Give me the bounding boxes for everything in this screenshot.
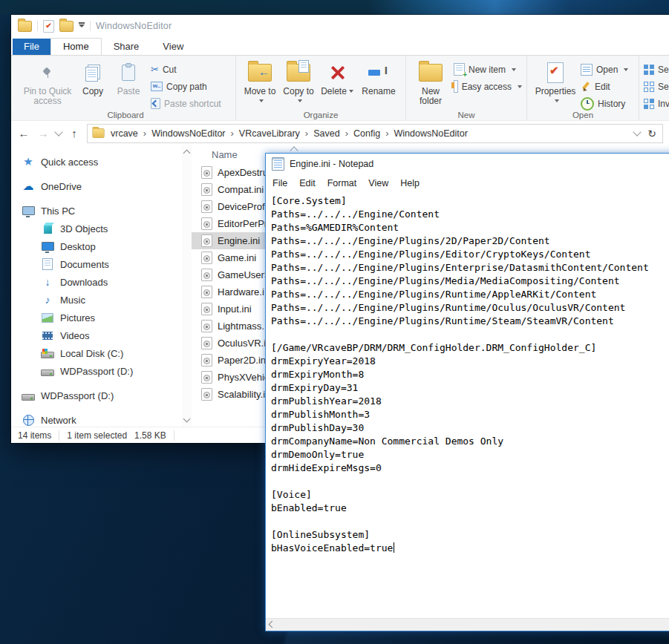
sidebar-item[interactable]: ★ Quick access: [11, 153, 180, 171]
button-label: Delete: [321, 87, 353, 96]
navigation-pane: ★ Quick access ☁ OneDrive This PC 3D Obj…: [11, 145, 180, 427]
copy-path-icon: w..: [151, 82, 163, 91]
notepad-line: Paths=%GAMEDIR%Content: [271, 221, 669, 234]
notepad-menu-bar: File Edit Format View Help: [266, 174, 669, 191]
copy-path-button[interactable]: w.. Copy path: [151, 78, 231, 95]
copy-to-button[interactable]: Copy to: [279, 58, 318, 106]
sidebar-item[interactable]: Documents: [11, 255, 180, 273]
sidebar-item[interactable]: Videos: [11, 326, 180, 344]
rename-button[interactable]: Rename: [356, 58, 401, 96]
group-label-select: Select: [639, 111, 669, 119]
button-label: Pin to Quick access: [22, 87, 73, 106]
breadcrumb-segment[interactable]: vrcave: [105, 128, 143, 139]
edit-button[interactable]: Edit: [581, 78, 634, 95]
properties-button[interactable]: Properties: [532, 58, 579, 106]
sidebar-item-icon: ↓: [45, 276, 50, 288]
ribbon: Pin to Quick access Copy Paste ✂ Cut w..…: [11, 55, 669, 120]
notepad-line: drmCompanyName=Non Commercial Demos Only: [271, 435, 669, 448]
button-label: Copy path: [166, 82, 207, 92]
ini-file-icon: [201, 320, 212, 332]
sidebar-item[interactable]: ↓ Downloads: [11, 273, 180, 291]
breadcrumb-segment[interactable]: WindowsNoEditor: [146, 128, 230, 139]
sidebar-item[interactable]: Pictures: [11, 309, 180, 326]
notepad-lines: [Core.System] Paths=../../../Engine/Cont…: [271, 194, 669, 555]
easy-access-button[interactable]: Easy access: [454, 78, 522, 95]
sidebar-item[interactable]: WDPassport (D:): [11, 387, 180, 404]
menu-item[interactable]: Help: [394, 177, 425, 190]
dropdown-arrow-icon: [298, 99, 302, 102]
notepad-window: Engine.ini - Notepad File Edit Format Vi…: [265, 153, 669, 631]
file-name: DeviceProf: [218, 201, 265, 212]
paste-shortcut-button[interactable]: Paste shortcut: [151, 95, 231, 112]
ribbon-tab-bar: File Home Share View: [11, 37, 669, 55]
invert-selection-icon: [644, 99, 654, 109]
sidebar-item[interactable]: Local Disk (C:): [11, 344, 180, 362]
invert-selection-button[interactable]: Invert selection: [644, 95, 669, 112]
delete-button[interactable]: Delete: [318, 58, 356, 96]
up-button[interactable]: ↑: [68, 127, 81, 139]
sidebar-item[interactable]: This PC: [11, 202, 180, 220]
ini-file-icon: [201, 303, 212, 315]
copy-button[interactable]: Copy: [75, 58, 111, 96]
new-item-button[interactable]: New item: [454, 61, 522, 78]
sidebar-item[interactable]: 3D Objects: [11, 220, 180, 237]
tab-view[interactable]: View: [151, 39, 195, 55]
refresh-icon[interactable]: ↻: [647, 128, 656, 139]
divider: [174, 430, 174, 441]
sidebar-item[interactable]: Network: [11, 411, 180, 427]
scroll-down-arrow-icon[interactable]: [183, 415, 191, 423]
breadcrumb[interactable]: vrcave › WindowsNoEditor › VRcaveLibrary…: [87, 124, 663, 143]
selection-size: 1.58 KB: [134, 430, 166, 441]
forward-button[interactable]: →: [36, 127, 50, 139]
tab-share[interactable]: Share: [102, 39, 151, 55]
notepad-title-bar: Engine.ini - Notepad: [266, 154, 669, 174]
notepad-line: drmPublishYear=2018: [271, 395, 669, 408]
paste-button[interactable]: Paste: [111, 58, 146, 96]
open-button[interactable]: Open: [581, 61, 634, 78]
address-dropdown-arrow-icon[interactable]: [633, 128, 642, 136]
select-all-button[interactable]: Select all: [644, 61, 669, 78]
qat-customize-arrow-icon[interactable]: [79, 24, 85, 27]
breadcrumb-segment[interactable]: VRcaveLibrary: [234, 128, 305, 139]
sidebar-item-label: WDPassport (D:): [41, 390, 114, 401]
qat-properties-icon[interactable]: ✔: [43, 20, 54, 33]
column-header-label: Name: [212, 149, 238, 160]
pin-to-quick-access-button[interactable]: Pin to Quick access: [20, 58, 75, 106]
move-to-button[interactable]: ← Move to: [241, 58, 279, 106]
history-button[interactable]: History: [581, 95, 634, 112]
sidebar-item[interactable]: ☁ OneDrive: [11, 177, 180, 195]
scroll-left-arrow-icon[interactable]: [269, 621, 276, 628]
qat-new-folder-icon[interactable]: [59, 21, 74, 32]
menu-item[interactable]: File: [267, 177, 293, 190]
new-folder-button[interactable]: New folder: [411, 58, 451, 106]
tab-home[interactable]: Home: [50, 38, 102, 55]
breadcrumb-segment[interactable]: Config: [348, 128, 385, 139]
button-label: New folder: [413, 87, 448, 106]
notepad-line: [Core.System]: [271, 194, 669, 208]
menu-item[interactable]: Edit: [293, 177, 322, 190]
recent-locations-arrow-icon[interactable]: [54, 128, 62, 136]
notepad-line: drmExpiryYear=2018: [271, 355, 669, 368]
select-none-button[interactable]: Select none: [644, 78, 669, 95]
notepad-line: drmPublishDay=30: [271, 421, 669, 435]
sidebar-item[interactable]: WDPassport (D:): [11, 362, 180, 380]
scroll-up-arrow-icon[interactable]: [183, 150, 191, 157]
notepad-text-area[interactable]: [Core.System] Paths=../../../Engine/Cont…: [266, 191, 669, 619]
back-button[interactable]: ←: [17, 127, 30, 139]
sidebar-item-icon: [42, 332, 53, 340]
notepad-horizontal-scrollbar[interactable]: [266, 618, 669, 631]
tab-file[interactable]: File: [13, 39, 50, 55]
sidebar-item[interactable]: ♪ Music: [11, 291, 180, 309]
dropdown-arrow-icon: [518, 85, 522, 88]
navigation-pane-scrollbar[interactable]: [182, 145, 192, 427]
breadcrumb-segment[interactable]: Saved: [308, 128, 345, 139]
button-label: Select none: [658, 82, 669, 92]
menu-item[interactable]: Format: [322, 177, 363, 190]
sidebar-item[interactable]: Desktop: [11, 237, 180, 255]
notepad-line: Paths=../../../Engine/Plugins/Runtime/Ap…: [271, 288, 669, 301]
menu-item[interactable]: View: [362, 177, 394, 190]
breadcrumb-segment[interactable]: WindowsNoEditor: [388, 128, 472, 139]
button-label: Copy: [82, 87, 103, 96]
cut-button[interactable]: ✂ Cut: [151, 61, 231, 78]
select-all-icon: [644, 65, 654, 75]
